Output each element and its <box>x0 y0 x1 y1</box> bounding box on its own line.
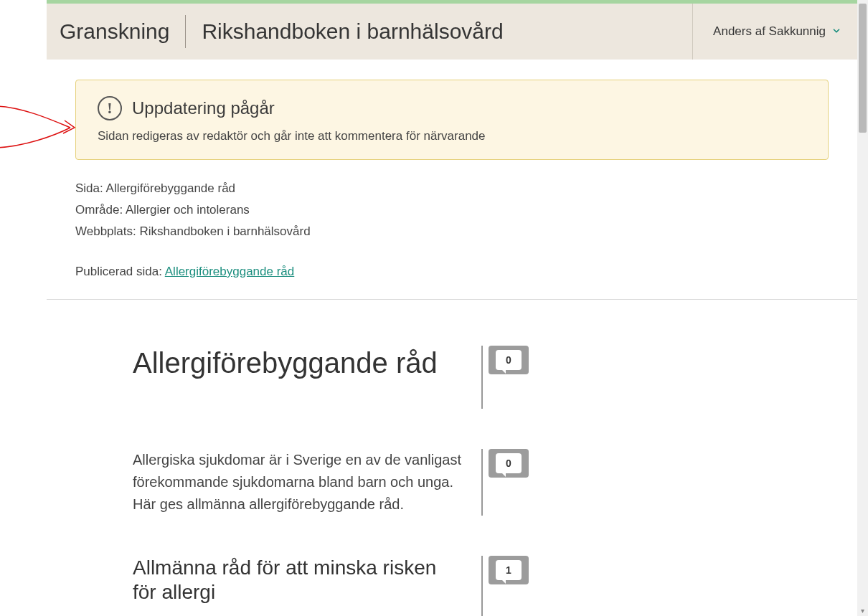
exclamation-icon: ! <box>98 96 122 120</box>
comment-icon: 0 <box>496 350 522 370</box>
header-title-group: Granskning Rikshandboken i barnhälsovård <box>60 15 504 48</box>
page-metadata: Sida: Allergiförebyggande råd Område: Al… <box>75 181 829 279</box>
comment-button[interactable]: 1 <box>489 556 529 584</box>
page-header: Granskning Rikshandboken i barnhälsovård… <box>47 4 857 60</box>
meta-area: Område: Allergier och intolerans <box>75 203 829 217</box>
notice-title: Uppdatering pågår <box>132 98 275 118</box>
main-content: ! Uppdatering pågår Sidan redigeras av r… <box>47 60 857 616</box>
comment-count: 1 <box>506 564 511 576</box>
header-subtitle: Rikshandboken i barnhälsovård <box>186 19 503 44</box>
user-menu[interactable]: Anders af Sakkunnig <box>692 4 844 60</box>
meta-published-label: Publicerad sida: <box>75 265 162 278</box>
meta-area-label: Område: <box>75 203 123 217</box>
article-title: Allergiförebyggande råd <box>133 346 464 380</box>
scrollbar-thumb[interactable] <box>859 4 867 133</box>
comment-icon: 0 <box>496 453 522 473</box>
meta-page: Sida: Allergiförebyggande råd <box>75 181 829 196</box>
meta-site-value: Rikshandboken i barnhälsovård <box>139 224 310 238</box>
comment-button[interactable]: 0 <box>489 449 529 478</box>
comment-count: 0 <box>506 458 511 469</box>
review-content: Allergiförebyggande råd 0 Allergiska sju… <box>75 300 829 616</box>
meta-site-label: Webbplats: <box>75 224 136 238</box>
scrollbar-down-icon[interactable]: ▾ <box>857 605 868 616</box>
content-block: Allmänna råd för att minska risken för a… <box>75 556 829 616</box>
comment-button[interactable]: 0 <box>489 346 529 374</box>
chevron-down-icon <box>831 26 841 38</box>
meta-published: Publicerad sida: Allergiförebyggande råd <box>75 265 829 279</box>
meta-page-value: Allergiförebyggande råd <box>106 181 236 195</box>
article-intro: Allergiska sjukdomar är i Sverige en av … <box>133 449 464 516</box>
notice-text: Sidan redigeras av redaktör och går inte… <box>98 129 806 143</box>
scrollbar[interactable]: ▾ <box>857 0 868 616</box>
meta-site: Webbplats: Rikshandboken i barnhälsovård <box>75 224 829 239</box>
meta-page-label: Sida: <box>75 181 103 195</box>
header-title: Granskning <box>60 19 185 44</box>
content-block: Allergiförebyggande råd 0 <box>75 346 829 409</box>
content-block: Allergiska sjukdomar är i Sverige en av … <box>75 449 829 516</box>
meta-area-value: Allergier och intolerans <box>126 203 250 217</box>
section-heading: Allmänna råd för att minska risken för a… <box>133 556 464 604</box>
published-page-link[interactable]: Allergiförebyggande råd <box>165 265 295 278</box>
user-name: Anders af Sakkunnig <box>713 24 826 39</box>
notice-banner: ! Uppdatering pågår Sidan redigeras av r… <box>75 80 829 160</box>
comment-count: 0 <box>506 354 511 366</box>
comment-icon: 1 <box>496 560 522 580</box>
